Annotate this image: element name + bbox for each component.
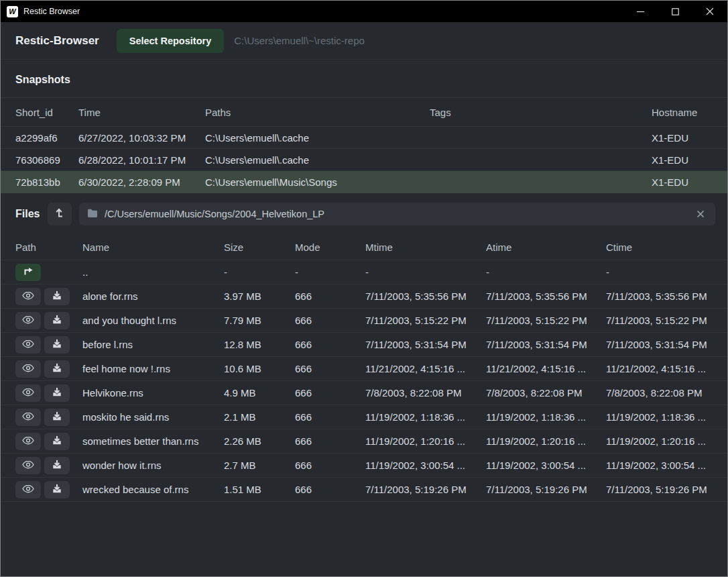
snapshot-hostname: X1-EDU xyxy=(652,154,713,166)
parent-directory-button[interactable] xyxy=(48,203,72,225)
file-mode: - xyxy=(295,266,365,278)
column-header-atime: Atime xyxy=(486,242,606,253)
maximize-icon xyxy=(672,8,679,15)
file-mode: 666 xyxy=(295,435,365,447)
preview-file-button[interactable] xyxy=(15,481,41,499)
file-size: 12.8 MB xyxy=(224,339,295,350)
eye-icon xyxy=(22,315,34,326)
file-atime: - xyxy=(486,266,606,278)
path-value: /C/Users/emuell/Music/Songs/2004_Helveti… xyxy=(105,209,687,219)
download-file-button[interactable] xyxy=(44,433,70,450)
path-input[interactable]: /C/Users/emuell/Music/Songs/2004_Helveti… xyxy=(79,203,715,225)
file-name: wrecked because of.rns xyxy=(82,484,224,495)
maximize-button[interactable] xyxy=(658,1,692,22)
file-ctime: 7/11/2003, 5:35:56 PM xyxy=(606,291,713,302)
snapshot-paths: C:\Users\emuell\Music\Songs xyxy=(205,176,430,188)
file-mode: 666 xyxy=(295,460,365,471)
snapshot-row[interactable]: a2299af6 6/27/2022, 10:03:32 PM C:\Users… xyxy=(1,127,727,149)
file-ctime: 7/11/2003, 5:19:26 PM xyxy=(606,484,713,495)
download-file-button[interactable] xyxy=(44,384,70,402)
file-row[interactable]: wrecked because of.rns 1.51 MB 666 7/11/… xyxy=(1,478,727,502)
snapshot-row[interactable]: 72b813bb 6/30/2022, 2:28:09 PM C:\Users\… xyxy=(1,171,727,193)
file-ctime: 7/11/2003, 5:15:22 PM xyxy=(606,315,713,326)
column-header-short-id: Short_id xyxy=(15,107,78,118)
download-icon xyxy=(52,291,62,302)
titlebar: W Restic Browser xyxy=(1,1,727,22)
file-mode: 666 xyxy=(295,411,365,423)
preview-file-button[interactable] xyxy=(15,312,41,329)
download-file-button[interactable] xyxy=(44,457,70,474)
go-up-directory-button[interactable] xyxy=(15,264,41,281)
eye-icon xyxy=(22,388,34,399)
close-icon xyxy=(706,7,714,15)
download-icon xyxy=(52,411,62,423)
file-name: alone for.rns xyxy=(82,291,224,302)
file-mtime: 11/21/2002, 4:15:16 ... xyxy=(365,363,486,374)
file-name: moskito he said.rns xyxy=(82,411,224,423)
file-ctime: 11/19/2002, 1:20:16 ... xyxy=(606,435,713,447)
column-header-path: Path xyxy=(15,242,82,253)
eye-icon xyxy=(22,339,34,350)
file-atime: 7/8/2003, 8:22:08 PM xyxy=(486,387,606,399)
files-table-body: alone for.rns 3.97 MB 666 7/11/2003, 5:3… xyxy=(1,284,727,502)
clear-path-button[interactable] xyxy=(694,207,707,221)
file-row[interactable]: feel home now !.rns 10.6 MB 666 11/21/20… xyxy=(1,357,727,381)
parent-directory-row[interactable]: .. - - - - - xyxy=(1,260,727,284)
file-atime: 11/19/2002, 3:00:54 ... xyxy=(486,460,606,471)
level-up-icon xyxy=(55,208,65,220)
download-file-button[interactable] xyxy=(44,336,70,354)
download-icon xyxy=(52,484,62,495)
minimize-button[interactable] xyxy=(623,1,658,22)
download-file-button[interactable] xyxy=(44,409,70,426)
download-icon xyxy=(52,387,62,399)
download-file-button[interactable] xyxy=(44,481,70,499)
eye-icon xyxy=(22,436,34,447)
column-header-mode: Mode xyxy=(295,242,365,253)
file-row[interactable]: and you thought l.rns 7.79 MB 666 7/11/2… xyxy=(1,309,727,333)
folder-icon xyxy=(87,208,98,220)
close-button[interactable] xyxy=(692,1,727,22)
preview-file-button[interactable] xyxy=(15,433,41,450)
file-atime: 7/11/2003, 5:15:22 PM xyxy=(486,315,606,326)
file-mtime: 7/11/2003, 5:35:56 PM xyxy=(365,291,486,302)
file-name: sometimes better than.rns xyxy=(82,435,224,447)
snapshot-hostname: X1-EDU xyxy=(652,176,713,188)
preview-file-button[interactable] xyxy=(15,457,41,474)
file-size: 2.26 MB xyxy=(224,435,295,447)
download-icon xyxy=(52,363,62,374)
column-header-paths: Paths xyxy=(205,107,430,118)
snapshots-heading: Snapshots xyxy=(15,74,713,86)
select-repository-button[interactable]: Select Repository xyxy=(117,29,225,53)
file-row[interactable]: wonder how it.rns 2.7 MB 666 11/19/2002,… xyxy=(1,454,727,478)
file-row[interactable]: moskito he said.rns 2.1 MB 666 11/19/200… xyxy=(1,405,727,429)
column-header-name: Name xyxy=(82,242,224,253)
file-size: 2.7 MB xyxy=(224,460,295,471)
download-file-button[interactable] xyxy=(44,288,70,305)
file-ctime: 7/8/2003, 8:22:08 PM xyxy=(606,387,713,399)
column-header-tags: Tags xyxy=(430,107,652,118)
snapshot-short-id: 76306869 xyxy=(15,154,78,166)
preview-file-button[interactable] xyxy=(15,288,41,305)
column-header-ctime: Ctime xyxy=(606,242,713,253)
minimize-icon xyxy=(637,8,644,15)
file-mode: 666 xyxy=(295,315,365,326)
file-row[interactable]: alone for.rns 3.97 MB 666 7/11/2003, 5:3… xyxy=(1,284,727,309)
eye-icon xyxy=(22,412,34,423)
snapshot-time: 6/28/2022, 10:01:17 PM xyxy=(78,154,205,166)
file-row[interactable]: sometimes better than.rns 2.26 MB 666 11… xyxy=(1,429,727,454)
file-row[interactable]: before l.rns 12.8 MB 666 7/11/2003, 5:31… xyxy=(1,333,727,357)
preview-file-button[interactable] xyxy=(15,409,41,426)
file-name: .. xyxy=(82,266,224,278)
preview-file-button[interactable] xyxy=(15,360,41,378)
preview-file-button[interactable] xyxy=(15,384,41,402)
download-file-button[interactable] xyxy=(44,312,70,329)
snapshot-row[interactable]: 76306869 6/28/2022, 10:01:17 PM C:\Users… xyxy=(1,149,727,171)
file-name: before l.rns xyxy=(82,339,224,350)
file-row[interactable]: Helvikone.rns 4.9 MB 666 7/8/2003, 8:22:… xyxy=(1,381,727,405)
file-mode: 666 xyxy=(295,339,365,350)
file-name: feel home now !.rns xyxy=(82,363,224,374)
snapshots-table: Short_id Time Paths Tags Hostname a2299a… xyxy=(1,98,727,193)
files-bar: Files /C/Users/emuell/Music/Songs/2004_H… xyxy=(1,193,727,235)
download-file-button[interactable] xyxy=(44,360,70,378)
preview-file-button[interactable] xyxy=(15,336,41,354)
